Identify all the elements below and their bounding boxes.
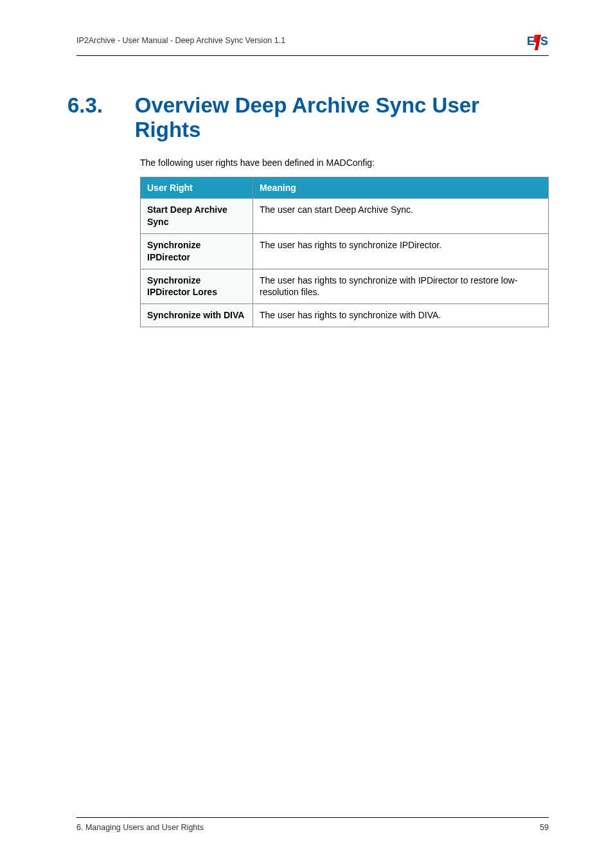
section-number: 6.3. [67,93,103,118]
footer-divider [76,817,549,818]
cell-meaning: The user has rights to synchronize IPDir… [253,233,549,269]
intro-paragraph: The following user rights have been defi… [140,158,549,168]
svg-text:S: S [540,35,548,48]
table-row: Synchronize with DIVA The user has right… [141,304,549,327]
page-footer: 6. Managing Users and User Rights 59 [76,817,549,832]
cell-meaning: The user has rights to synchronize with … [253,269,549,304]
col-header-meaning: Meaning [253,177,549,199]
cell-user-right: Start Deep Archive Sync [141,199,253,234]
cell-user-right: Synchronize IPDirector [141,233,253,269]
user-rights-table: User Right Meaning Start Deep Archive Sy… [140,177,549,327]
table-header-row: User Right Meaning [141,177,549,199]
table-row: Start Deep Archive Sync The user can sta… [141,199,549,234]
section-heading: 6.3. Overview Deep Archive Sync User Rig… [64,93,549,142]
cell-meaning: The user can start Deep Archive Sync. [253,199,549,234]
cell-meaning: The user has rights to synchronize with … [253,304,549,327]
cell-user-right: Synchronize IPDirector Lores [141,269,253,304]
section-title: Overview Deep Archive Sync User Rights [135,93,549,142]
header-divider [76,55,549,56]
svg-text:E: E [527,35,535,48]
table-row: Synchronize IPDirector Lores The user ha… [141,269,549,304]
evs-logo-icon: E S [527,33,549,51]
footer-page-number: 59 [540,823,549,832]
cell-user-right: Synchronize with DIVA [141,304,253,327]
page-header: IP2Archive - User Manual - Deep Archive … [64,33,549,51]
col-header-user-right: User Right [141,177,253,199]
table-row: Synchronize IPDirector The user has righ… [141,233,549,269]
footer-chapter: 6. Managing Users and User Rights [76,823,204,832]
header-text: IP2Archive - User Manual - Deep Archive … [76,33,285,45]
